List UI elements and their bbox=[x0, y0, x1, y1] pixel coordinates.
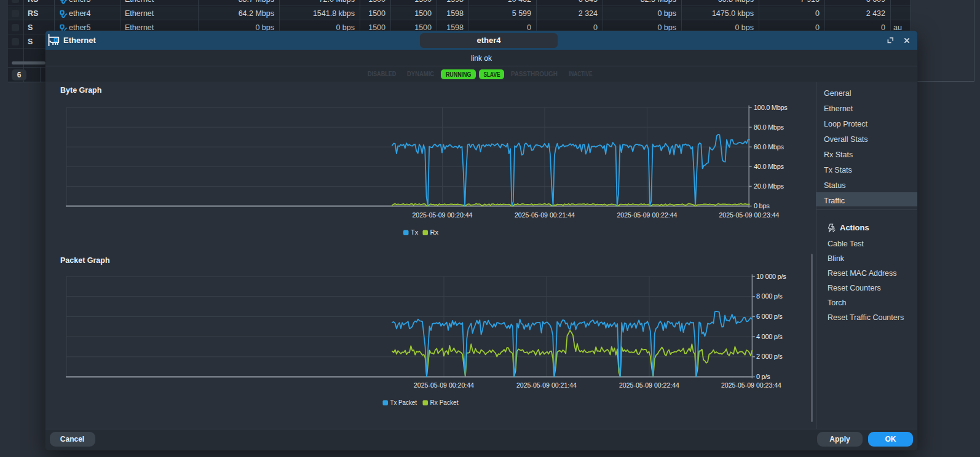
svg-text:0 p/s: 0 p/s bbox=[756, 373, 770, 380]
svg-text:2025-05-09 00:20:44: 2025-05-09 00:20:44 bbox=[414, 381, 475, 389]
svg-text:Tx Packet: Tx Packet bbox=[390, 399, 417, 406]
svg-text:2025-05-09 00:23:44: 2025-05-09 00:23:44 bbox=[721, 381, 782, 389]
svg-text:Rx Packet: Rx Packet bbox=[430, 399, 459, 406]
svg-text:0 bps: 0 bps bbox=[754, 202, 770, 209]
svg-text:2025-05-09 00:22:44: 2025-05-09 00:22:44 bbox=[617, 211, 678, 219]
svg-text:8 000 p/s: 8 000 p/s bbox=[756, 292, 783, 300]
svg-text:20.0 Mbps: 20.0 Mbps bbox=[754, 182, 784, 190]
svg-text:80.0 Mbps: 80.0 Mbps bbox=[754, 123, 784, 131]
svg-text:4 000 p/s: 4 000 p/s bbox=[756, 333, 783, 340]
svg-text:2025-05-09 00:23:44: 2025-05-09 00:23:44 bbox=[719, 211, 780, 219]
svg-text:100.0 Mbps: 100.0 Mbps bbox=[754, 104, 788, 111]
svg-text:2025-05-09 00:21:44: 2025-05-09 00:21:44 bbox=[516, 381, 577, 389]
svg-text:6 000 p/s: 6 000 p/s bbox=[756, 313, 783, 320]
svg-text:2 000 p/s: 2 000 p/s bbox=[756, 353, 783, 360]
svg-text:2025-05-09 00:20:44: 2025-05-09 00:20:44 bbox=[413, 211, 473, 219]
svg-text:2025-05-09 00:22:44: 2025-05-09 00:22:44 bbox=[619, 381, 680, 389]
svg-text:2025-05-09 00:21:44: 2025-05-09 00:21:44 bbox=[515, 211, 575, 219]
svg-text:60.0 Mbps: 60.0 Mbps bbox=[754, 143, 784, 150]
svg-text:10 000 p/s: 10 000 p/s bbox=[756, 273, 786, 280]
svg-text:Rx: Rx bbox=[430, 228, 439, 236]
svg-text:Tx: Tx bbox=[411, 228, 419, 236]
svg-text:40.0 Mbps: 40.0 Mbps bbox=[754, 163, 784, 170]
